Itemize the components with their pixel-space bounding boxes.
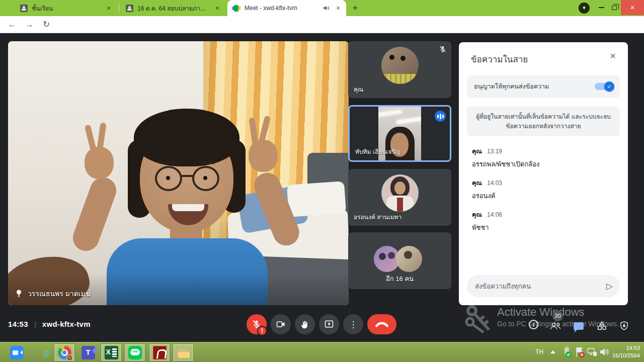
classroom-favicon: [20, 5, 28, 12]
activation-keys-icon: [465, 305, 496, 334]
chat-panel-title: ข้อความในสาย: [471, 52, 528, 66]
tab-meet-active[interactable]: Meet - xwd-kftx-tvm ×: [227, 0, 346, 16]
participant-count-badge: 20: [552, 311, 563, 321]
internet-explorer-icon: e: [40, 346, 54, 359]
new-tab-button[interactable]: +: [349, 2, 361, 14]
participants-button[interactable]: [549, 320, 561, 332]
volume-tray-icon[interactable]: [599, 346, 610, 357]
meet-favicon: [232, 5, 240, 12]
tab-close-icon[interactable]: ×: [105, 4, 113, 12]
browser-tab-strip: ชั้นเรียน × 16 ต.ค. 64 สอบปลายภาค เสาร์ …: [0, 0, 644, 16]
allow-messages-toggle[interactable]: ✓: [595, 83, 613, 90]
forward-icon[interactable]: →: [23, 19, 35, 30]
present-screen-button[interactable]: [319, 314, 339, 334]
hand-icon: [300, 320, 310, 329]
taskbar-zoom-app[interactable]: [6, 343, 27, 361]
classroom-favicon: [126, 5, 133, 12]
chat-message: คุณ 13:19 อรรถพล/พัชชาเปิดกล้อง: [472, 146, 618, 169]
people-icon: [549, 321, 561, 331]
raise-hand-button[interactable]: [295, 314, 315, 334]
meet-stage: วรรณธนพร มาตเมฆ คุณ ทับทิม เฮียนเจริญ อ: [0, 33, 644, 342]
more-options-button[interactable]: ⋮: [343, 314, 363, 334]
tray-date: 16/10/2564: [612, 352, 640, 359]
tab-exam[interactable]: 16 ต.ค. 64 สอบปลายภาค เสาร์ ×: [121, 0, 225, 16]
chat-icon: [574, 322, 584, 330]
chrome-profile-badge: [66, 354, 73, 361]
person-hand: [85, 147, 114, 179]
window-restore-button[interactable]: [608, 0, 621, 15]
tab-close-icon[interactable]: ×: [334, 4, 342, 12]
tab-close-icon[interactable]: ×: [213, 4, 221, 12]
back-icon[interactable]: ←: [6, 19, 18, 30]
message-time: 13:19: [487, 148, 502, 155]
tray-clock[interactable]: 14:53 16/10/2564: [612, 344, 640, 359]
activities-button[interactable]: [596, 320, 608, 332]
person-eye: [203, 176, 207, 180]
person-hand: [249, 140, 278, 172]
chrome-icon: [58, 346, 71, 359]
window-close-button[interactable]: ×: [621, 0, 644, 15]
chat-message-input[interactable]: [475, 283, 606, 290]
chat-message: คุณ 14:03 อรอนงค์: [472, 178, 618, 201]
host-controls-button[interactable]: [618, 320, 630, 332]
chat-close-icon[interactable]: ×: [607, 50, 619, 62]
tab-audio-icon[interactable]: [323, 5, 330, 11]
more-participants-tile[interactable]: อีก 16 คน: [348, 232, 451, 289]
activate-windows-watermark: Activate Windows: [497, 306, 585, 319]
in-call-messages-panel: ข้อความในสาย × อนุญาตให้ทุกคนส่งข้อความ …: [459, 42, 628, 305]
message-sender: คุณ: [472, 210, 482, 220]
taskbar-line-open[interactable]: [124, 343, 145, 361]
toggle-check-icon: ✓: [604, 81, 614, 92]
action-center-flag-icon[interactable]: [575, 346, 586, 358]
taskbar-excel-open[interactable]: [101, 343, 122, 361]
language-indicator[interactable]: TH: [535, 348, 543, 355]
meeting-details-button[interactable]: i: [529, 320, 538, 329]
network-tray-icon[interactable]: [587, 347, 598, 357]
message-sender: คุณ: [472, 146, 482, 156]
tab-classroom[interactable]: ชั้นเรียน ×: [15, 0, 117, 16]
window-minimize-button[interactable]: [595, 0, 608, 15]
taskbar-acrobat-open[interactable]: [149, 343, 170, 361]
taskbar-chrome-open[interactable]: [54, 343, 75, 361]
tab-separator: [119, 4, 119, 13]
participant-tile[interactable]: อรอนงค์ สานเมทา: [348, 169, 451, 226]
participant-tile-speaking[interactable]: ทับทิม เฮียนเจริญ: [348, 105, 451, 162]
allow-messages-row: อนุญาตให้ทุกคนส่งข้อความ ✓: [467, 75, 620, 98]
line-icon: [128, 346, 142, 359]
info-icon: i: [533, 322, 534, 328]
tab-title: ชั้นเรียน: [32, 4, 101, 13]
meeting-clock: 14:53: [8, 320, 28, 328]
participant-tile-you[interactable]: คุณ: [348, 41, 451, 98]
participant-name: ทับทิม เฮียนเจริญ: [355, 147, 400, 156]
chat-input-row: ▷: [467, 275, 620, 297]
excel-icon: [105, 346, 118, 359]
usb-tray-icon[interactable]: [561, 346, 573, 358]
send-message-icon[interactable]: ▷: [606, 281, 613, 292]
person-eyebrow: [198, 161, 215, 164]
main-video-tile[interactable]: วรรณธนพร มาตเมฆ: [8, 41, 349, 305]
end-call-button[interactable]: [367, 314, 396, 334]
allow-messages-label: อนุญาตให้ทุกคนส่งข้อความ: [474, 81, 595, 92]
message-text: อรอนงค์: [472, 191, 618, 201]
acrobat-icon: [153, 346, 167, 359]
camera-button[interactable]: [271, 314, 291, 334]
meeting-info: 14:53 | xwd-kftx-tvm: [8, 320, 91, 328]
chrome-dropdown-icon[interactable]: ▼: [579, 3, 590, 14]
pinned-name-chip: วรรณธนพร มาตเมฆ: [15, 288, 91, 299]
video-pillow: [287, 181, 346, 217]
pin-icon: [15, 290, 23, 298]
glasses-bridge: [182, 175, 193, 177]
tray-time: 14:53: [612, 344, 640, 352]
camera-icon: [276, 319, 286, 329]
tray-expand-icon[interactable]: [550, 350, 555, 353]
chat-button-active[interactable]: [573, 320, 585, 332]
reload-icon[interactable]: ↻: [40, 19, 52, 30]
taskbar-explorer-open[interactable]: [173, 343, 194, 361]
message-text: พัชชา: [472, 222, 618, 233]
zoom-app-icon: [10, 346, 24, 359]
browser-toolbar: ← → ↻ meet.google.com/xwd-kftx-tvm?authu…: [0, 16, 644, 33]
taskbar-teams[interactable]: T: [77, 343, 99, 361]
tab-title: 16 ต.ค. 64 สอบปลายภาค เสาร์: [137, 4, 209, 13]
message-time: 14:06: [487, 211, 502, 218]
windows-taskbar: e T TH 14:53 16/10/2564: [0, 342, 644, 362]
